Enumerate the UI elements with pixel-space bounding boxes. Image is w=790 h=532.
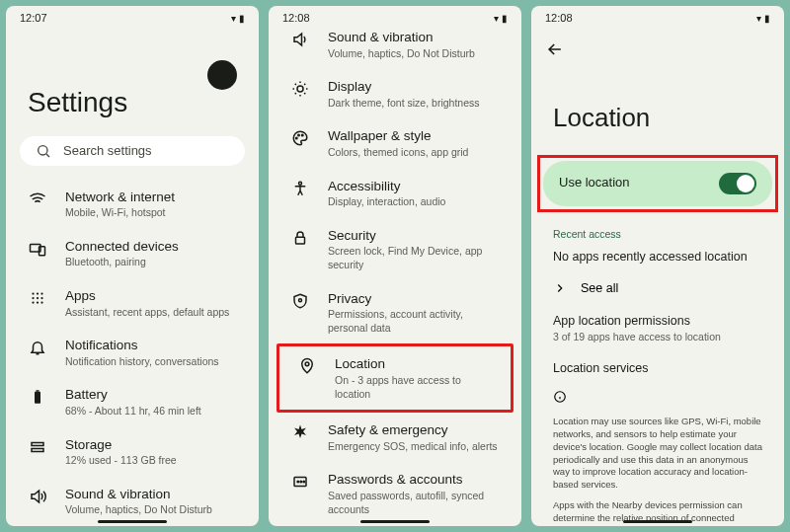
search-icon — [36, 143, 51, 159]
svg-point-0 — [39, 146, 47, 155]
settings-item-privacy[interactable]: PrivacyPermissions, account activity, pe… — [273, 281, 517, 344]
profile-avatar[interactable] — [207, 60, 237, 90]
sound-icon — [290, 30, 310, 49]
highlight-use-location: Use location — [537, 155, 778, 212]
settings-scrolled-screen: 12:08 ▾▮ Sound & vibrationVolume, haptic… — [269, 6, 521, 526]
bell-icon — [28, 338, 47, 357]
svg-point-24 — [305, 362, 309, 366]
sound-icon — [28, 487, 47, 506]
location-icon — [297, 356, 317, 376]
devices-icon — [28, 239, 47, 259]
svg-point-18 — [296, 138, 298, 140]
app-location-permissions[interactable]: App location permissions 3 of 19 apps ha… — [531, 309, 784, 356]
settings-item-sound[interactable]: Sound & vibrationVolume, haptics, Do Not… — [273, 20, 517, 69]
svg-point-10 — [32, 301, 34, 303]
svg-line-1 — [46, 154, 49, 157]
svg-rect-15 — [32, 442, 43, 445]
privacy-icon — [290, 291, 310, 311]
info-icon-wrap — [531, 390, 784, 416]
settings-item-sound[interactable]: Sound & vibrationVolume, haptics, Do Not… — [10, 477, 255, 526]
settings-item-location[interactable]: LocationOn - 3 apps have access to locat… — [279, 346, 511, 410]
svg-point-6 — [40, 292, 42, 294]
page-title: Location — [531, 63, 784, 155]
svg-point-21 — [299, 182, 302, 185]
accessibility-icon — [290, 179, 310, 198]
svg-rect-22 — [296, 237, 305, 244]
location-settings-screen: 12:08 ▾▮ Location Use location Recent ac… — [531, 6, 784, 526]
settings-item-security[interactable]: SecurityScreen lock, Find My Device, app… — [273, 218, 517, 281]
settings-item-apps[interactable]: AppsAssistant, recent apps, default apps — [10, 278, 255, 328]
svg-point-20 — [302, 135, 304, 137]
status-bar: 12:08 ▾▮ — [531, 6, 784, 26]
svg-point-5 — [37, 292, 39, 294]
status-bar: 12:07 ▾▮ — [6, 6, 259, 26]
svg-point-11 — [37, 301, 39, 303]
battery-icon — [28, 387, 47, 407]
location-note-1: Location may use sources like GPS, Wi-Fi… — [531, 416, 784, 492]
search-settings-field[interactable]: Search settings — [20, 136, 245, 166]
section-recent-access: Recent access — [531, 212, 784, 246]
svg-point-9 — [40, 297, 42, 299]
svg-point-26 — [297, 482, 299, 484]
svg-point-19 — [298, 135, 300, 137]
recent-access-empty: No apps recently accessed location — [531, 246, 784, 275]
settings-item-wellbeing[interactable]: Digital Wellbeing & parental controlsScr… — [273, 525, 517, 526]
use-location-toggle-row[interactable]: Use location — [543, 161, 772, 206]
wifi-icon: ▾ — [231, 13, 236, 24]
location-services[interactable]: Location services — [531, 356, 784, 390]
emergency-icon — [290, 422, 310, 442]
svg-point-23 — [299, 298, 302, 301]
battery-icon: ▮ — [239, 13, 245, 24]
palette-icon — [290, 128, 310, 148]
status-time: 12:08 — [545, 12, 573, 24]
settings-main-screen: 12:07 ▾▮ Settings Search settings Networ… — [6, 6, 259, 526]
settings-item-display[interactable]: DisplayDark theme, font size, brightness — [273, 69, 517, 118]
nav-handle[interactable] — [623, 520, 692, 523]
storage-icon — [28, 437, 47, 457]
settings-item-storage[interactable]: Storage12% used - 113 GB free — [10, 427, 255, 477]
settings-item-accessibility[interactable]: AccessibilityDisplay, interaction, audio — [273, 169, 517, 218]
svg-point-17 — [297, 86, 303, 92]
apps-icon — [28, 288, 47, 308]
svg-point-27 — [300, 482, 302, 484]
nav-handle[interactable] — [98, 520, 167, 523]
battery-icon: ▮ — [764, 13, 770, 24]
highlight-location: LocationOn - 3 apps have access to locat… — [276, 343, 514, 413]
settings-list: Sound & vibrationVolume, haptics, Do Not… — [269, 20, 521, 526]
status-time: 12:07 — [20, 12, 47, 24]
display-icon — [290, 79, 310, 99]
settings-item-connected-devices[interactable]: Connected devicesBluetooth, pairing — [10, 229, 255, 278]
back-button[interactable] — [531, 26, 784, 63]
svg-rect-14 — [37, 391, 40, 393]
wifi-icon: ▾ — [756, 13, 761, 24]
settings-list: Network & internetMobile, Wi-Fi, hotspot… — [6, 180, 259, 526]
chevron-right-icon — [553, 281, 567, 295]
wifi-icon — [28, 190, 47, 209]
info-icon — [553, 390, 567, 404]
svg-point-8 — [37, 297, 39, 299]
svg-point-12 — [40, 301, 42, 303]
see-all-button[interactable]: See all — [531, 275, 784, 309]
svg-point-4 — [32, 292, 34, 294]
settings-item-passwords[interactable]: Passwords & accountsSaved passwords, aut… — [273, 462, 517, 525]
svg-point-7 — [32, 297, 34, 299]
settings-item-network[interactable]: Network & internetMobile, Wi-Fi, hotspot — [10, 180, 255, 229]
svg-rect-13 — [35, 392, 40, 404]
svg-rect-16 — [32, 448, 43, 451]
use-location-switch-on[interactable] — [719, 173, 756, 194]
lock-icon — [290, 228, 310, 248]
settings-item-notifications[interactable]: NotificationsNotification history, conve… — [10, 328, 255, 377]
nav-handle[interactable] — [360, 520, 430, 523]
svg-point-28 — [303, 482, 305, 484]
settings-item-battery[interactable]: Battery68% - About 11 hr, 46 min left — [10, 377, 255, 426]
settings-item-wallpaper[interactable]: Wallpaper & styleColors, themed icons, a… — [273, 118, 517, 168]
settings-item-safety[interactable]: Safety & emergencyEmergency SOS, medical… — [273, 413, 517, 462]
key-icon — [290, 472, 310, 492]
